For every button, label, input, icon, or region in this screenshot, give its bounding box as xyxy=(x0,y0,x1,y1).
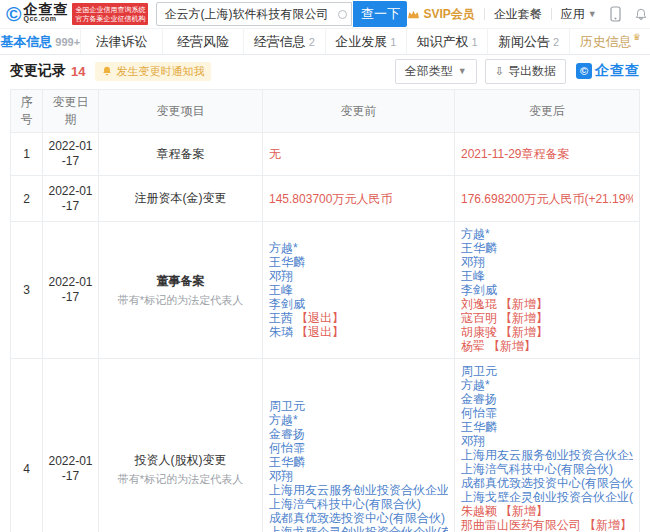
change-entry[interactable]: 何怡霏 xyxy=(269,441,448,455)
tab-intellectual-property[interactable]: 知识产权 1 xyxy=(407,29,488,54)
table-header-row: 序号 变更日期 变更项目 变更前 变更后 xyxy=(11,90,640,133)
change-tag: 【新增】 xyxy=(500,504,548,518)
type-filter-dropdown[interactable]: 全部类型 ▼ xyxy=(395,59,477,84)
row-no: 4 xyxy=(11,359,43,532)
search-input[interactable] xyxy=(156,2,352,26)
change-date: 2022-01-17 xyxy=(43,359,99,532)
change-entry[interactable]: 上海戈壁企灵创业投资合伙企业(有限合伙) xyxy=(269,525,448,532)
change-entry[interactable]: 王峰 xyxy=(269,283,448,297)
notification-bell-icon[interactable] xyxy=(634,7,648,22)
change-entry[interactable]: 何怡霏 xyxy=(461,406,633,420)
notify-on-change-button[interactable]: 发生变更时通知我 xyxy=(95,62,211,81)
change-entry[interactable]: 上海涪气科技中心(有限合伙) xyxy=(461,462,633,476)
change-entry[interactable]: 王峰 xyxy=(461,269,633,283)
col-header-date: 变更日期 xyxy=(43,90,99,133)
change-entry: 176.698200万元人民币(+21.19%) xyxy=(461,192,633,206)
change-tag: 【新增】 xyxy=(500,311,548,325)
change-tag: 【新增】 xyxy=(488,339,536,353)
change-tag: 【退出】 xyxy=(296,325,344,339)
official-badge: 全国企业信用查询系统 官方备案企业征信机构 xyxy=(72,3,148,25)
col-header-before: 变更前 xyxy=(263,90,455,133)
change-entry[interactable]: 邓翔 xyxy=(269,269,448,283)
change-entry: 145.803700万元人民币 xyxy=(269,192,448,206)
change-entry: 那曲雷山医药有限公司【新增】 xyxy=(461,518,633,532)
apps-menu[interactable]: 应用 ▼ xyxy=(561,6,597,23)
qcc-logo[interactable]: © 企查查 Qcc.com xyxy=(6,3,72,25)
row-no: 2 xyxy=(11,176,43,222)
before-cell: 无 xyxy=(263,133,455,176)
chevron-down-icon: ▼ xyxy=(458,66,467,76)
change-entry[interactable]: 王华麟 xyxy=(461,241,633,255)
after-cell: 2021-11-29章程备案 xyxy=(455,133,640,176)
after-cell: 176.698200万元人民币(+21.19%) xyxy=(455,176,640,222)
enterprise-package-link[interactable]: 企业套餐 xyxy=(494,6,542,23)
change-entry[interactable]: 周卫元 xyxy=(269,399,448,413)
tab-news-announcements[interactable]: 新闻公告 2 xyxy=(488,29,569,54)
export-data-button[interactable]: ⇩ 导出数据 xyxy=(485,59,566,84)
change-entry[interactable]: 王华麟 xyxy=(269,455,448,469)
after-cell: 周卫元方越*金睿扬何怡霏王华麟邓翔上海用友云服务创业投资合伙企业(有限合伙)上海… xyxy=(455,359,640,532)
table-row: 2 2022-01-17 注册资本(金)变更 145.803700万元人民币 1… xyxy=(11,176,640,222)
tab-operation-info[interactable]: 经营信息 2 xyxy=(244,29,325,54)
svip-member-link[interactable]: SVIP会员 xyxy=(407,6,474,23)
change-entry[interactable]: 邓翔 xyxy=(461,255,633,269)
search-button[interactable]: 查一下 xyxy=(353,1,407,27)
change-entry[interactable]: 李剑威 xyxy=(461,283,633,297)
change-entry[interactable]: 周卫元 xyxy=(461,364,633,378)
record-count-badge: 14 xyxy=(71,64,85,79)
change-tag: 【新增】 xyxy=(584,518,632,532)
change-entry[interactable]: 王华麟 xyxy=(461,420,633,434)
change-entry: 刘逸琨【新增】 xyxy=(461,297,633,311)
change-entry[interactable]: 上海用友云服务创业投资合伙企业(有限合伙) xyxy=(269,483,448,497)
change-entry[interactable]: 成都真优致选投资中心(有限合伙) xyxy=(461,476,633,490)
change-entry[interactable]: 方越* xyxy=(461,227,633,241)
change-entry[interactable]: 李剑威 xyxy=(269,297,448,311)
change-entry[interactable]: 上海用友云服务创业投资合伙企业(有限合伙) xyxy=(461,448,633,462)
change-entry[interactable]: 王茜【退出】 xyxy=(269,311,448,325)
tab-operation-risk[interactable]: 经营风险 xyxy=(163,29,244,54)
legal-rep-note: 带有*标记的为法定代表人 xyxy=(103,293,258,308)
change-entry[interactable]: 朱璘【退出】 xyxy=(269,325,448,339)
change-entry[interactable]: 金睿扬 xyxy=(269,427,448,441)
qcc-watermark-icon: © xyxy=(576,63,592,79)
change-entry[interactable]: 上海涪气科技中心(有限合伙) xyxy=(269,497,448,511)
change-entry[interactable]: 方越* xyxy=(461,378,633,392)
qcc-watermark: © 企查查 xyxy=(576,62,640,80)
change-entry: 寇百明【新增】 xyxy=(461,311,633,325)
bell-icon xyxy=(102,66,112,76)
tab-company-development[interactable]: 企业发展 1 xyxy=(326,29,407,54)
divider xyxy=(551,8,552,20)
vip-badge-icon: ♛ xyxy=(633,32,641,42)
after-cell: 方越*王华麟邓翔王峰李剑威刘逸琨【新增】寇百明【新增】胡康骏【新增】杨翚【新增】 xyxy=(455,222,640,359)
change-date: 2022-01-17 xyxy=(43,222,99,359)
qcc-logo-text: 企查查 xyxy=(23,4,68,14)
row-no: 1 xyxy=(11,133,43,176)
col-header-after: 变更后 xyxy=(455,90,640,133)
row-no: 3 xyxy=(11,222,43,359)
change-tag: 【新增】 xyxy=(500,325,548,339)
change-entry: 2021-11-29章程备案 xyxy=(461,147,633,161)
change-entry[interactable]: 邓翔 xyxy=(269,469,448,483)
qcc-logo-icon: © xyxy=(6,3,21,25)
change-date: 2022-01-17 xyxy=(43,133,99,176)
change-entry: 无 xyxy=(269,147,448,161)
legal-rep-note: 带有*标记的为法定代表人 xyxy=(103,472,258,487)
download-icon: ⇩ xyxy=(495,65,504,78)
change-item: 董事备案 xyxy=(103,273,258,290)
change-entry[interactable]: 成都真优致选投资中心(有限合伙) xyxy=(269,511,448,525)
change-entry[interactable]: 邓翔 xyxy=(461,434,633,448)
chevron-down-icon: ▼ xyxy=(588,9,597,19)
search-camera-icon[interactable] xyxy=(338,10,347,19)
change-entry[interactable]: 上海戈壁企灵创业投资合伙企业(有限合伙) xyxy=(461,490,633,504)
change-entry[interactable]: 方越* xyxy=(269,241,448,255)
tab-basic-info[interactable]: 基本信息 999+ xyxy=(0,29,81,54)
tab-history-info[interactable]: 历史信息 ♛ xyxy=(570,29,650,54)
change-item: 投资人(股权)变更 xyxy=(103,452,258,469)
change-entry[interactable]: 金睿扬 xyxy=(461,392,633,406)
table-row: 1 2022-01-17 章程备案 无 2021-11-29章程备案 xyxy=(11,133,640,176)
change-entry[interactable]: 方越* xyxy=(269,413,448,427)
tab-legal-litigation[interactable]: 法律诉讼 xyxy=(81,29,162,54)
col-header-item: 变更项目 xyxy=(99,90,263,133)
change-entry[interactable]: 王华麟 xyxy=(269,255,448,269)
mobile-app-icon[interactable] xyxy=(610,6,621,22)
